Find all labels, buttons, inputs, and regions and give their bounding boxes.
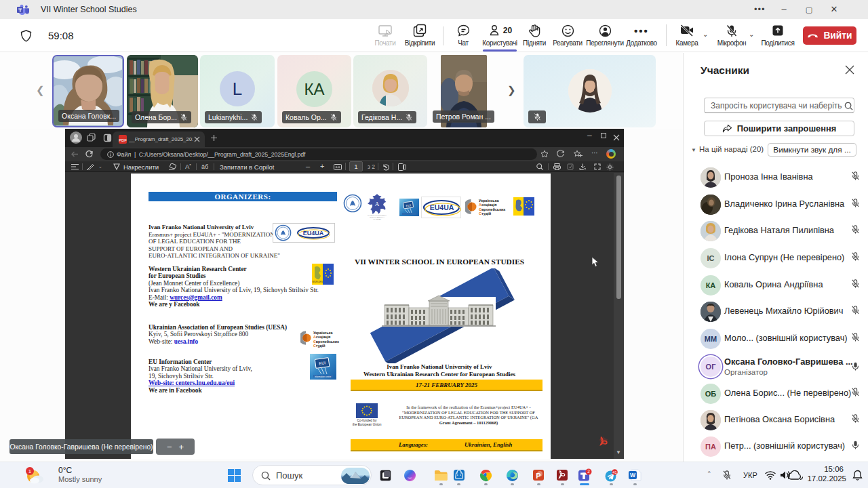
- svg-text:EU4UA: EU4UA: [430, 203, 454, 211]
- svg-text:1: 1: [28, 468, 32, 474]
- svg-text:P: P: [536, 472, 540, 480]
- svg-text:EU4UA: EU4UA: [303, 230, 324, 237]
- svg-text:EUI: EUI: [406, 203, 411, 207]
- svg-text:WURCES: WURCES: [312, 281, 323, 283]
- svg-text:41: 41: [612, 470, 617, 474]
- svg-text:PDF: PDF: [119, 138, 127, 142]
- svg-text:A: A: [375, 201, 380, 207]
- svg-text:W: W: [630, 472, 636, 479]
- svg-text:Information centre: Information centre: [315, 375, 332, 378]
- svg-text:2: 2: [587, 469, 590, 474]
